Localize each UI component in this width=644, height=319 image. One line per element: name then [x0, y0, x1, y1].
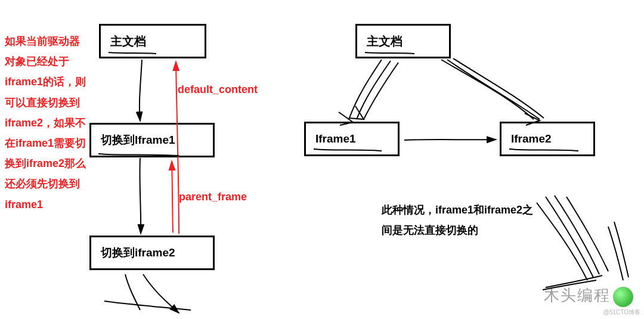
right-iframe1-label: Iframe1: [315, 132, 356, 145]
left-note-text: 如果当前驱动器对象已经处于iframe1的话，则可以直接切换到iframe2，如…: [5, 31, 88, 215]
diagram-svg-layer: [0, 0, 644, 319]
right-iframe2-box: Iframe2: [500, 122, 595, 156]
left-iframe2-label: 切换到iframe2: [101, 245, 175, 261]
watermark-text: 木头编程: [544, 285, 611, 306]
left-iframe1-box: 切换到Iframe1: [89, 123, 215, 157]
left-iframe1-label: 切换到Iframe1: [101, 132, 175, 148]
right-main-doc-label: 主文档: [367, 33, 402, 49]
left-iframe2-box: 切换到iframe2: [89, 236, 215, 270]
right-iframe1-box: Iframe1: [304, 122, 400, 156]
left-main-doc-label: 主文档: [110, 33, 146, 49]
right-note-text: 此种情况，iframe1和iframe2之间是无法直接切换的: [382, 200, 537, 240]
parent-frame-label: parent_frame: [179, 191, 247, 203]
watermark-logo-icon: [613, 287, 633, 307]
right-main-doc-box: 主文档: [355, 24, 451, 58]
right-iframe2-label: Iframe2: [511, 132, 552, 145]
default-content-label: default_content: [178, 83, 258, 96]
watermark-site: @51CTO博客: [603, 308, 640, 317]
left-main-doc-box: 主文档: [99, 24, 206, 58]
